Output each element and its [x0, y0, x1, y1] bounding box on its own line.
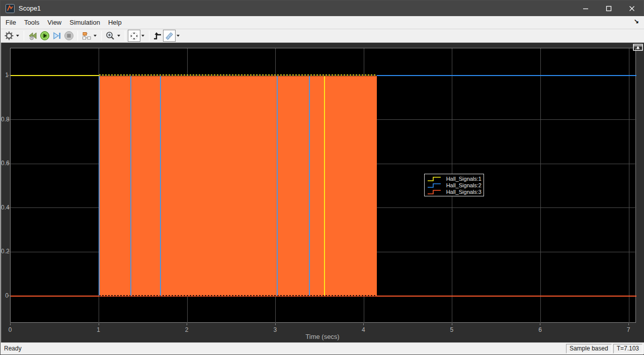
toolbar-separator	[24, 31, 24, 41]
legend-step-glyph	[427, 176, 442, 182]
menu-help[interactable]: Help	[108, 17, 122, 28]
x-tick-mark	[99, 323, 99, 325]
measurements-button[interactable]	[163, 30, 176, 42]
stop-icon	[64, 31, 74, 41]
sim-time-cell: T=7.103	[613, 344, 642, 353]
transition-line	[130, 76, 131, 296]
legend-step-glyph	[427, 182, 442, 188]
dense-toggle-block	[99, 76, 377, 296]
window-title: Scope1	[19, 5, 41, 12]
step-forward-button[interactable]	[51, 30, 63, 42]
sample-mode-cell: Sample based	[566, 344, 612, 353]
menu-tools[interactable]: Tools	[24, 17, 39, 28]
step-forward-icon	[52, 31, 62, 41]
y-tick-label: 0.6	[1, 160, 9, 167]
legend-label: Hall_Signals:3	[446, 189, 481, 195]
legend-item: Hall_Signals:3	[427, 188, 481, 195]
status-bar: Ready Sample based T=7.103	[1, 342, 644, 354]
run-button[interactable]	[39, 30, 51, 42]
minimize-button[interactable]	[574, 1, 597, 16]
x-tick-label: 0	[4, 326, 16, 333]
legend-label: Hall_Signals:2	[446, 182, 481, 188]
close-button[interactable]	[620, 1, 643, 16]
maximize-icon	[606, 6, 612, 12]
x-tick-label: 4	[357, 326, 369, 333]
transition-line	[160, 76, 161, 296]
dock-button[interactable]	[632, 43, 643, 51]
transition-line	[309, 76, 310, 296]
gear-icon	[4, 31, 14, 41]
x-tick-label: 6	[534, 326, 546, 333]
parameters-dropdown-arrow-icon[interactable]	[16, 35, 19, 37]
trace-segment	[377, 75, 636, 76]
toolbar-separator	[101, 31, 102, 41]
zoom-button[interactable]	[104, 30, 116, 42]
block-bottom-dashes	[99, 295, 377, 296]
x-tick-mark	[540, 323, 540, 325]
grid-line-x	[629, 48, 629, 323]
legend-item: Hall_Signals:1	[427, 175, 481, 182]
x-tick-mark	[628, 323, 629, 325]
menu-bar: File Tools View Simulation Help ↘	[1, 16, 644, 29]
toolbar-separator	[125, 31, 125, 41]
title-bar[interactable]: Scope1	[1, 1, 643, 16]
step-back-button[interactable]	[27, 30, 39, 42]
transition-line	[277, 76, 278, 296]
fit-to-view-button[interactable]	[128, 30, 140, 42]
close-icon	[629, 6, 635, 12]
legend-label: Hall_Signals:1	[446, 176, 481, 182]
toolbar	[1, 29, 644, 43]
x-tick-label: 5	[446, 326, 458, 333]
toolbar-separator	[149, 31, 149, 41]
x-tick-mark	[275, 323, 276, 325]
y-tick-label: 1	[1, 72, 9, 79]
signal-selector-button[interactable]	[80, 30, 93, 42]
signal-selector-dropdown-arrow-icon[interactable]	[94, 35, 97, 37]
transition-line	[99, 76, 100, 296]
trace-segment	[11, 75, 99, 76]
scope-app-icon	[6, 4, 15, 13]
x-tick-label: 3	[269, 326, 281, 333]
legend-item: Hall_Signals:2	[427, 182, 481, 188]
trigger-button[interactable]	[152, 30, 163, 42]
x-tick-mark	[10, 323, 11, 325]
y-tick-label: 0	[1, 292, 9, 299]
run-icon	[40, 31, 50, 41]
menu-file[interactable]: File	[6, 17, 16, 28]
fit-dropdown-arrow-icon[interactable]	[141, 35, 144, 37]
ruler-icon	[165, 31, 174, 41]
toolbar-separator	[77, 31, 78, 41]
menu-simulation[interactable]: Simulation	[69, 17, 100, 28]
plot-canvas[interactable]	[10, 48, 636, 323]
menu-view[interactable]: View	[47, 17, 61, 28]
status-text: Ready	[4, 345, 566, 352]
x-tick-label: 7	[622, 326, 634, 333]
zoom-in-icon	[105, 31, 115, 41]
x-tick-label: 2	[181, 326, 193, 333]
scope-window: Scope1 File Tools View Simulation Help ↘	[0, 0, 644, 355]
legend-step-glyph	[427, 189, 442, 195]
block-top-dashes	[99, 75, 377, 76]
transition-line	[324, 76, 325, 296]
y-tick-label: 0.4	[1, 204, 9, 211]
grid-line-x	[540, 48, 541, 323]
maximize-button[interactable]	[597, 1, 620, 16]
x-axis-title: Time (secs)	[1, 333, 644, 340]
y-tick-label: 0.8	[1, 116, 9, 123]
x-tick-mark	[187, 323, 187, 325]
measurements-dropdown-arrow-icon[interactable]	[177, 35, 180, 37]
x-tick-mark	[363, 323, 364, 325]
fit-to-view-icon	[129, 31, 139, 41]
parameters-button[interactable]	[3, 30, 15, 42]
y-tick-label: 0.2	[1, 248, 9, 255]
plot-region: Time (secs) Hall_Signals:1Hall_Signals:2…	[1, 43, 644, 343]
trigger-icon	[153, 31, 162, 40]
stop-button[interactable]	[63, 30, 75, 42]
x-tick-label: 1	[93, 326, 105, 333]
zoom-dropdown-arrow-icon[interactable]	[117, 35, 120, 37]
legend[interactable]: Hall_Signals:1Hall_Signals:2Hall_Signals…	[424, 174, 484, 196]
minimize-icon	[583, 6, 589, 12]
menu-overflow-arrow-icon[interactable]: ↘	[634, 18, 639, 25]
x-tick-mark	[452, 323, 452, 325]
step-back-icon	[28, 31, 38, 41]
